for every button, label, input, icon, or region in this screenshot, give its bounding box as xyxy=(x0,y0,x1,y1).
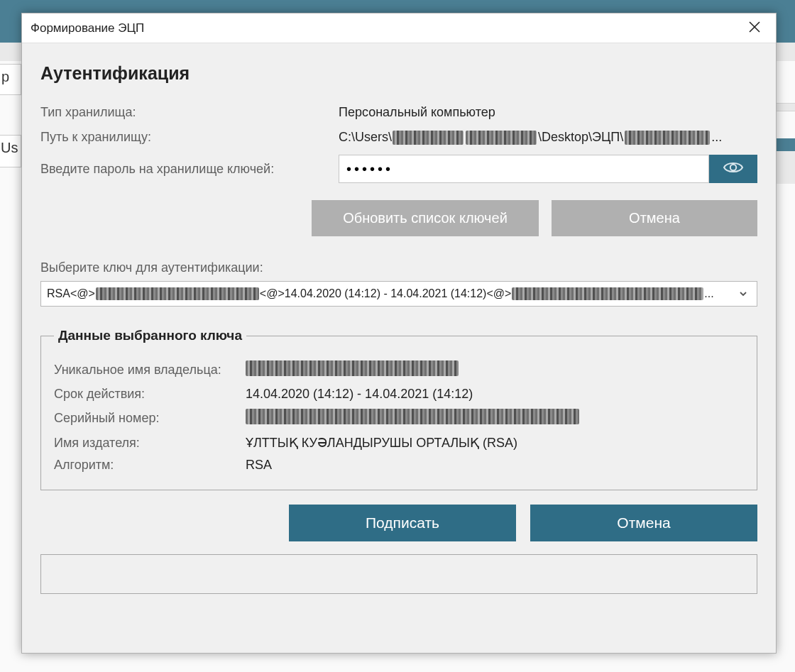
toggle-password-button[interactable] xyxy=(709,155,757,183)
password-label: Введите пароль на хранилище ключей: xyxy=(40,162,339,177)
cancel-lower-button[interactable]: Отмена xyxy=(530,505,757,541)
eds-dialog: Формирование ЭЦП Аутентификация Тип хран… xyxy=(21,13,777,654)
dialog-body: Аутентификация Тип хранилища: Персональн… xyxy=(22,43,776,653)
serial-value xyxy=(246,409,744,428)
storage-path-label: Путь к хранилищу: xyxy=(40,130,339,145)
background-partial-input-2: Us xyxy=(0,135,21,167)
serial-row: Серийный номер: xyxy=(54,409,744,428)
storage-type-row: Тип хранилища: Персональный компьютер xyxy=(40,105,757,120)
auth-heading: Аутентификация xyxy=(40,63,757,84)
key-select-trail: ... xyxy=(704,287,713,300)
key-data-legend: Данные выбранного ключа xyxy=(54,328,246,343)
redacted-block xyxy=(393,131,464,145)
storage-path-seg-1: C:\Users\ xyxy=(339,130,392,145)
close-icon xyxy=(749,21,760,35)
redacted-block xyxy=(246,409,579,424)
issuer-value: ҰЛТТЫҚ КУӘЛАНДЫРУШЫ ОРТАЛЫҚ (RSA) xyxy=(246,435,744,451)
storage-path-value: C:\Users\ \Desktop\ЭЦП\ ... xyxy=(339,130,757,145)
sign-button[interactable]: Подписать xyxy=(289,505,516,541)
issuer-row: Имя издателя: ҰЛТТЫҚ КУӘЛАНДЫРУШЫ ОРТАЛЫ… xyxy=(54,435,744,451)
validity-label: Срок действия: xyxy=(54,387,246,402)
owner-label: Уникальное имя владельца: xyxy=(54,363,246,378)
cancel-upper-button[interactable]: Отмена xyxy=(552,200,757,236)
storage-path-row: Путь к хранилищу: C:\Users\ \Desktop\ЭЦП… xyxy=(40,130,757,145)
owner-row: Уникальное имя владельца: xyxy=(54,360,744,380)
eye-icon xyxy=(723,160,744,179)
algorithm-label: Алгоритм: xyxy=(54,458,246,473)
redacted-block xyxy=(96,287,259,300)
validity-row: Срок действия: 14.04.2020 (14:12) - 14.0… xyxy=(54,387,744,402)
storage-type-label: Тип хранилища: xyxy=(40,105,339,120)
password-input[interactable] xyxy=(339,155,709,183)
background-partial-input-1: р xyxy=(0,64,21,95)
svg-point-2 xyxy=(730,164,735,170)
status-box xyxy=(40,554,757,594)
serial-label: Серийный номер: xyxy=(54,411,246,426)
redacted-block xyxy=(512,287,703,300)
refresh-keys-button[interactable]: Обновить список ключей xyxy=(312,200,539,236)
validity-value: 14.04.2020 (14:12) - 14.04.2021 (14:12) xyxy=(246,387,744,402)
key-select-seg-2: <@>14.04.2020 (14:12) - 14.04.2021 (14:1… xyxy=(260,287,512,300)
storage-path-trail: ... xyxy=(711,130,722,145)
dialog-title: Формирование ЭЦП xyxy=(31,21,144,35)
dialog-titlebar: Формирование ЭЦП xyxy=(22,13,776,43)
storage-path-seg-2: \Desktop\ЭЦП\ xyxy=(538,130,623,145)
key-data-fieldset: Данные выбранного ключа Уникальное имя в… xyxy=(40,328,757,490)
close-button[interactable] xyxy=(739,15,770,42)
storage-type-value: Персональный компьютер xyxy=(339,105,757,120)
redacted-block xyxy=(246,360,459,376)
chevron-down-icon xyxy=(735,286,751,302)
keylist-button-row: Обновить список ключей Отмена xyxy=(40,200,757,236)
algorithm-row: Алгоритм: RSA xyxy=(54,458,744,473)
key-select-seg-1: RSA<@> xyxy=(47,287,95,300)
owner-value xyxy=(246,360,744,380)
issuer-label: Имя издателя: xyxy=(54,436,246,451)
select-key-label: Выберите ключ для аутентификации: xyxy=(40,260,757,275)
redacted-block xyxy=(466,131,537,145)
algorithm-value: RSA xyxy=(246,458,744,473)
redacted-block xyxy=(625,131,710,145)
key-select[interactable]: RSA<@> <@>14.04.2020 (14:12) - 14.04.202… xyxy=(40,281,757,307)
action-button-row: Подписать Отмена xyxy=(40,505,757,541)
password-row: Введите пароль на хранилище ключей: xyxy=(40,155,757,183)
